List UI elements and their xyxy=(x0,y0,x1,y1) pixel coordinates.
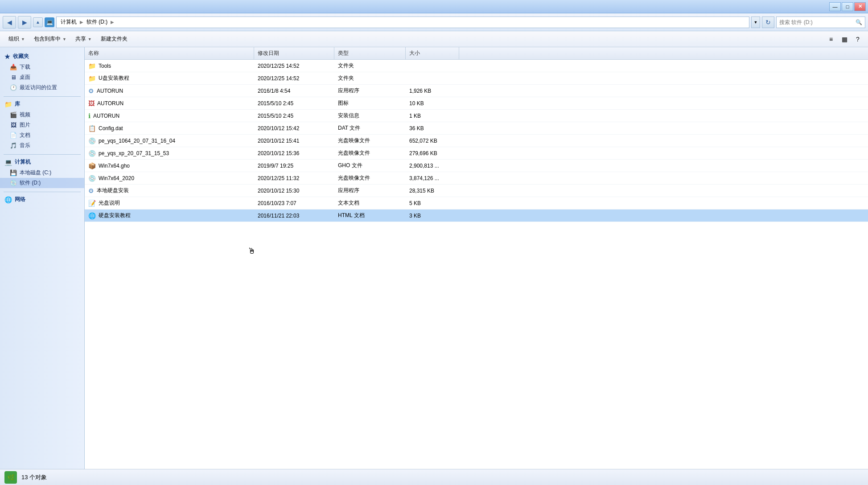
minimize-button[interactable]: — xyxy=(829,2,841,11)
recent-label: 最近访问的位置 xyxy=(20,84,57,91)
favorites-label: 收藏夹 xyxy=(13,53,29,60)
table-row[interactable]: 💿 pe_yqs_1064_20_07_31_16_04 2020/10/12 … xyxy=(85,135,868,147)
video-icon: 🎬 xyxy=(10,111,17,118)
help-button[interactable]: ? xyxy=(852,33,864,45)
file-icon: ⚙ xyxy=(88,87,94,95)
table-row[interactable]: ℹ AUTORUN 2015/5/10 2:45 安装信息 1 KB xyxy=(85,110,868,122)
sidebar-favorites-header[interactable]: ★ 收藏夹 xyxy=(0,51,84,62)
table-row[interactable]: 📝 光盘说明 2016/10/23 7:07 文本文档 5 KB xyxy=(85,197,868,210)
close-button[interactable]: ✕ xyxy=(854,2,866,11)
sidebar-item-video[interactable]: 🎬 视频 xyxy=(0,110,84,120)
file-size-cell: 3 KB xyxy=(406,213,459,219)
sidebar-network-header[interactable]: 🌐 网络 xyxy=(0,194,84,205)
table-row[interactable]: 📦 Win7x64.gho 2019/9/7 19:25 GHO 文件 2,90… xyxy=(85,160,868,172)
share-button[interactable]: 共享 ▼ xyxy=(71,33,96,45)
sidebar-item-software-d[interactable]: 💿 软件 (D:) xyxy=(0,178,84,188)
sidebar-sep-3 xyxy=(4,192,81,192)
file-modified-cell: 2016/1/8 4:54 xyxy=(254,88,334,94)
file-name-cell: 📝 光盘说明 xyxy=(85,199,254,207)
refresh-button[interactable]: ↻ xyxy=(762,16,774,28)
file-size-cell: 279,696 KB xyxy=(406,150,459,156)
table-row[interactable]: 🌐 硬盘安装教程 2016/11/21 22:03 HTML 文档 3 KB xyxy=(85,210,868,222)
path-drive[interactable]: 软件 (D:) xyxy=(85,18,109,26)
back-button[interactable]: ◀ xyxy=(3,16,16,29)
table-row[interactable]: 🖼 AUTORUN 2015/5/10 2:45 图标 10 KB xyxy=(85,97,868,110)
table-row[interactable]: ⚙ AUTORUN 2016/1/8 4:54 应用程序 1,926 KB xyxy=(85,85,868,97)
column-headers: 名称 修改日期 类型 大小 xyxy=(85,47,868,60)
col-size[interactable]: 大小 xyxy=(406,47,459,59)
sidebar-item-download[interactable]: 📥 下载 xyxy=(0,62,84,72)
search-icon[interactable]: 🔍 xyxy=(856,19,862,25)
maximize-button[interactable]: □ xyxy=(842,2,853,11)
sidebar: ★ 收藏夹 📥 下载 🖥 桌面 🕐 最近访问的位置 📁 库 � xyxy=(0,47,85,469)
file-type-cell: 应用程序 xyxy=(334,87,406,95)
preview-button[interactable]: ▦ xyxy=(839,33,850,45)
file-name: Tools xyxy=(99,63,111,69)
new-folder-button[interactable]: 新建文件夹 xyxy=(97,33,132,45)
file-type-cell: GHO 文件 xyxy=(334,162,406,169)
music-icon: 🎵 xyxy=(10,142,17,149)
table-row[interactable]: 📁 U盘安装教程 2020/12/25 14:52 文件夹 xyxy=(85,72,868,85)
file-name: 硬盘安装教程 xyxy=(99,212,131,219)
file-type-cell: 光盘映像文件 xyxy=(334,137,406,144)
file-type-cell: 安装信息 xyxy=(334,112,406,119)
sidebar-item-desktop[interactable]: 🖥 桌面 xyxy=(0,72,84,82)
file-type-cell: 文件夹 xyxy=(334,74,406,82)
table-row[interactable]: 📁 Tools 2020/12/25 14:52 文件夹 xyxy=(85,60,868,72)
path-computer[interactable]: 计算机 xyxy=(59,18,78,26)
library-icon: 📁 xyxy=(4,101,12,108)
local-c-label: 本地磁盘 (C:) xyxy=(20,169,51,177)
computer-label: 计算机 xyxy=(15,158,31,166)
table-row[interactable]: 💿 pe_yqs_xp_20_07_31_15_53 2020/10/12 15… xyxy=(85,147,868,160)
file-type-cell: 光盘映像文件 xyxy=(334,149,406,157)
sidebar-library-section: 📁 库 🎬 视频 🖼 图片 📄 文档 🎵 音乐 xyxy=(0,99,84,151)
file-modified-cell: 2020/10/12 15:42 xyxy=(254,125,334,132)
file-name: AUTORUN xyxy=(93,113,119,119)
download-icon: 📥 xyxy=(10,64,17,70)
table-row[interactable]: 💿 Win7x64_2020 2020/12/25 11:32 光盘映像文件 3… xyxy=(85,172,868,185)
sidebar-computer-section: 💻 计算机 💾 本地磁盘 (C:) 💿 软件 (D:) xyxy=(0,156,84,188)
forward-button[interactable]: ▶ xyxy=(18,16,31,29)
include-dropdown-arrow: ▼ xyxy=(62,37,66,41)
col-type[interactable]: 类型 xyxy=(334,47,406,59)
file-name: pe_yqs_1064_20_07_31_16_04 xyxy=(99,138,175,144)
table-row[interactable]: ⚙ 本地硬盘安装 2020/10/12 15:30 应用程序 28,315 KB xyxy=(85,185,868,197)
table-row[interactable]: 📋 Config.dat 2020/10/12 15:42 DAT 文件 36 … xyxy=(85,122,868,135)
status-count: 13 个对象 xyxy=(21,473,47,481)
file-size-cell: 1,926 KB xyxy=(406,88,459,94)
address-dropdown[interactable]: ▼ xyxy=(751,16,760,28)
file-icon: 🖼 xyxy=(88,100,95,107)
file-modified-cell: 2015/5/10 2:45 xyxy=(254,100,334,107)
file-size-cell: 2,900,813 ... xyxy=(406,163,459,169)
status-bar: 🌿 13 个对象 xyxy=(0,469,868,485)
file-name: AUTORUN xyxy=(97,100,123,107)
sidebar-library-header[interactable]: 📁 库 xyxy=(0,99,84,110)
file-icon: 💿 xyxy=(88,137,96,144)
picture-icon: 🖼 xyxy=(10,122,17,128)
file-icon: 🌐 xyxy=(88,212,96,219)
status-icon: 🌿 xyxy=(4,471,17,484)
include-library-button[interactable]: 包含到库中 ▼ xyxy=(30,33,70,45)
library-label: 库 xyxy=(15,100,20,108)
file-modified-cell: 2016/11/21 22:03 xyxy=(254,213,334,219)
col-modified[interactable]: 修改日期 xyxy=(254,47,334,59)
sidebar-item-recent[interactable]: 🕐 最近访问的位置 xyxy=(0,82,84,93)
file-size-cell: 652,072 KB xyxy=(406,138,459,144)
search-input[interactable] xyxy=(779,19,856,25)
file-modified-cell: 2019/9/7 19:25 xyxy=(254,163,334,169)
sidebar-item-local-c[interactable]: 💾 本地磁盘 (C:) xyxy=(0,168,84,178)
desktop-icon: 🖥 xyxy=(10,74,17,81)
view-options-button[interactable]: ≡ xyxy=(825,33,837,45)
file-name-cell: ⚙ AUTORUN xyxy=(85,87,254,95)
sidebar-item-music[interactable]: 🎵 音乐 xyxy=(0,140,84,151)
up-button[interactable]: ▲ xyxy=(33,17,43,27)
software-d-icon: 💿 xyxy=(10,180,17,186)
sidebar-sep-2 xyxy=(4,154,81,155)
address-path[interactable]: 计算机 ▶ 软件 (D:) ▶ xyxy=(56,16,749,28)
sidebar-item-picture[interactable]: 🖼 图片 xyxy=(0,120,84,130)
sidebar-item-document[interactable]: 📄 文档 xyxy=(0,130,84,140)
organize-button[interactable]: 组织 ▼ xyxy=(4,33,29,45)
sidebar-computer-header[interactable]: 💻 计算机 xyxy=(0,156,84,168)
col-name[interactable]: 名称 xyxy=(85,47,254,59)
network-icon: 🌐 xyxy=(4,196,12,203)
